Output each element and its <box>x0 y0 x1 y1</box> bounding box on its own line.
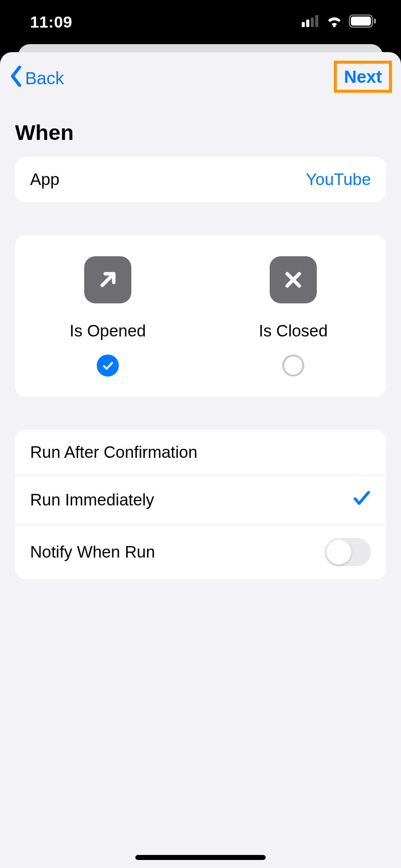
notify-when-run-label: Notify When Run <box>30 543 155 562</box>
toggle-knob <box>326 540 351 565</box>
notify-when-run-row: Notify When Run <box>15 525 386 579</box>
back-button[interactable]: Back <box>9 64 64 91</box>
run-immediately-row[interactable]: Run Immediately <box>15 475 386 525</box>
trigger-closed-radio[interactable] <box>282 355 304 377</box>
app-row-value: YouTube <box>306 170 371 189</box>
next-button[interactable]: Next <box>344 67 382 87</box>
trigger-card: Is Opened Is Closed <box>15 235 386 397</box>
svg-rect-5 <box>351 17 371 26</box>
svg-rect-6 <box>374 19 376 24</box>
trigger-is-closed[interactable]: Is Closed <box>200 256 386 377</box>
home-indicator <box>135 855 266 860</box>
trigger-is-opened[interactable]: Is Opened <box>15 256 200 377</box>
trigger-opened-label: Is Opened <box>70 321 146 340</box>
trigger-closed-label: Is Closed <box>259 321 328 340</box>
run-after-confirmation-label: Run After Confirmation <box>30 443 197 462</box>
run-after-confirmation-row[interactable]: Run After Confirmation <box>15 430 386 475</box>
wifi-icon <box>326 15 343 29</box>
app-row-label: App <box>30 170 60 189</box>
battery-icon <box>349 15 377 30</box>
next-button-highlight: Next <box>334 61 392 93</box>
svg-rect-3 <box>315 15 318 27</box>
svg-rect-1 <box>306 20 309 27</box>
status-bar: 11:09 <box>0 0 401 44</box>
app-row[interactable]: App YouTube <box>15 157 386 202</box>
arrow-out-icon <box>84 256 131 303</box>
run-immediately-label: Run Immediately <box>30 490 154 509</box>
page-title: When <box>0 102 401 157</box>
back-label: Back <box>25 68 64 88</box>
checkmark-icon <box>352 488 371 511</box>
status-time: 11:09 <box>30 13 72 32</box>
svg-rect-0 <box>302 22 305 27</box>
chevron-left-icon <box>9 66 23 91</box>
app-selector-card: App YouTube <box>15 157 386 202</box>
run-options-card: Run After Confirmation Run Immediately N… <box>15 430 386 579</box>
trigger-opened-radio[interactable] <box>97 355 119 377</box>
x-icon <box>270 256 317 303</box>
svg-rect-2 <box>311 18 314 27</box>
cellular-icon <box>302 15 320 29</box>
status-icons <box>302 15 377 30</box>
notify-toggle[interactable] <box>325 538 371 566</box>
nav-bar: Back Next <box>0 52 401 102</box>
modal-sheet: Back Next When App YouTube Is Op <box>0 52 401 868</box>
